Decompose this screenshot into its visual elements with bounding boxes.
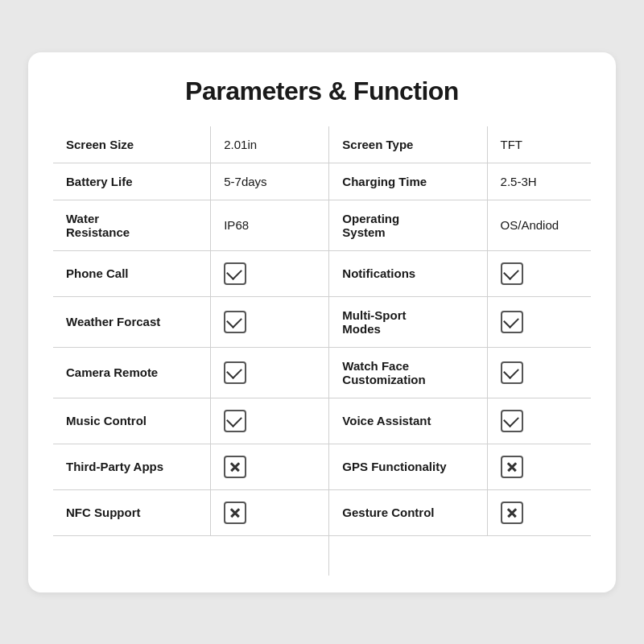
check-icon xyxy=(501,311,523,333)
table-row xyxy=(53,535,592,576)
check-icon xyxy=(501,262,523,285)
left-value xyxy=(211,489,329,535)
cross-icon xyxy=(501,502,523,524)
cross-icon xyxy=(224,502,246,524)
table-row: Third-Party AppsGPS Functionality xyxy=(53,444,592,489)
left-label: Weather Forcast xyxy=(53,296,211,347)
check-icon xyxy=(501,410,523,432)
page-title: Parameters & Function xyxy=(52,76,592,106)
right-value xyxy=(487,250,591,296)
left-label: Music Control xyxy=(53,398,211,444)
check-icon xyxy=(224,410,246,432)
table-row: Battery Life5-7daysCharging Time2.5-3H xyxy=(53,163,592,200)
table-row: Weather ForcastMulti-SportModes xyxy=(53,296,592,347)
card: Parameters & Function Screen Size2.01inS… xyxy=(28,52,616,592)
left-value xyxy=(211,444,329,489)
left-value xyxy=(211,296,329,347)
right-value xyxy=(487,444,591,489)
left-label: Phone Call xyxy=(53,250,211,296)
right-value: OS/Andiod xyxy=(487,200,591,250)
right-label: Notifications xyxy=(329,250,487,296)
right-value xyxy=(487,398,591,444)
left-label: Camera Remote xyxy=(53,347,211,398)
right-value xyxy=(487,347,591,398)
left-value xyxy=(211,398,329,444)
left-label: Screen Size xyxy=(53,126,211,163)
right-label: Multi-SportModes xyxy=(329,296,487,347)
params-table: Screen Size2.01inScreen TypeTFTBattery L… xyxy=(52,126,592,576)
left-label: NFC Support xyxy=(53,489,211,535)
table-row: NFC SupportGesture Control xyxy=(53,489,592,535)
table-row: Music ControlVoice Assistant xyxy=(53,398,592,444)
left-value xyxy=(211,347,329,398)
cross-icon xyxy=(501,456,523,478)
right-value: 2.5-3H xyxy=(487,163,591,200)
right-label: Gesture Control xyxy=(329,489,487,535)
left-value xyxy=(211,250,329,296)
empty-left xyxy=(53,535,329,576)
right-label: Charging Time xyxy=(329,163,487,200)
left-label: WaterResistance xyxy=(53,200,211,250)
table-row: WaterResistanceIP68OperatingSystemOS/And… xyxy=(53,200,592,250)
right-label: Watch FaceCustomization xyxy=(329,347,487,398)
left-label: Third-Party Apps xyxy=(53,444,211,489)
empty-right xyxy=(329,535,592,576)
right-value xyxy=(487,296,591,347)
check-icon xyxy=(501,361,523,384)
table-row: Phone CallNotifications xyxy=(53,250,592,296)
right-value: TFT xyxy=(487,126,591,163)
cross-icon xyxy=(224,456,246,478)
check-icon xyxy=(224,311,246,333)
check-icon xyxy=(224,262,246,285)
right-label: Screen Type xyxy=(329,126,487,163)
right-label: GPS Functionality xyxy=(329,444,487,489)
left-value: IP68 xyxy=(211,200,329,250)
left-label: Battery Life xyxy=(53,163,211,200)
left-value: 5-7days xyxy=(211,163,329,200)
right-label: Voice Assistant xyxy=(329,398,487,444)
check-icon xyxy=(224,361,246,384)
right-label: OperatingSystem xyxy=(329,200,487,250)
right-value xyxy=(487,489,591,535)
table-row: Camera RemoteWatch FaceCustomization xyxy=(53,347,592,398)
table-row: Screen Size2.01inScreen TypeTFT xyxy=(53,126,592,163)
left-value: 2.01in xyxy=(211,126,329,163)
